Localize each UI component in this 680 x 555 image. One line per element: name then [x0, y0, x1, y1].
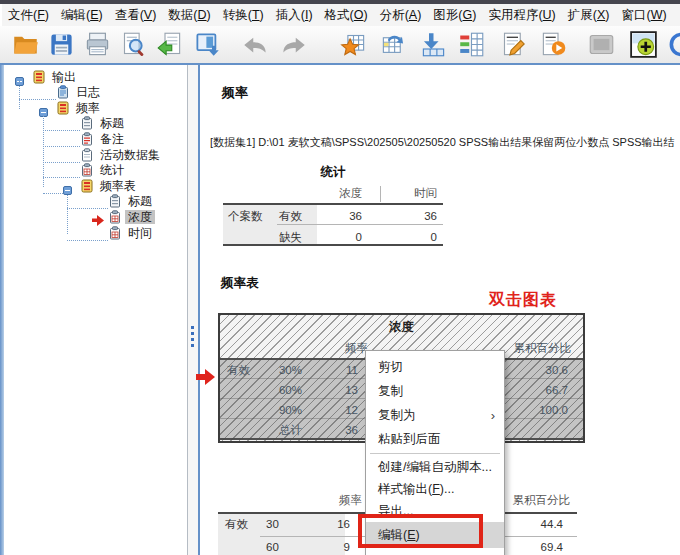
menubar-item[interactable]: 查看(V): [109, 5, 163, 26]
toolbar: [0, 26, 680, 63]
stats-col-header: 浓度: [317, 186, 362, 200]
print-icon[interactable]: [82, 29, 112, 59]
select-data-icon[interactable]: [192, 29, 222, 59]
recall-dialogs-icon[interactable]: [154, 29, 184, 59]
redo-icon[interactable]: [278, 29, 308, 59]
stats-value: 36: [317, 209, 362, 223]
print-preview-icon[interactable]: [118, 29, 148, 59]
menubar-item[interactable]: 分析(A): [374, 5, 428, 26]
tree-selected-arrow-icon: [92, 212, 106, 226]
menubar-item[interactable]: 扩展(X): [562, 5, 616, 26]
tree-item[interactable]: 时间: [125, 225, 155, 240]
menubar-item[interactable]: 数据(D): [162, 5, 216, 26]
menubar-item[interactable]: 格式(O): [319, 5, 374, 26]
tree-item[interactable]: 标题: [125, 194, 155, 209]
tree-item[interactable]: 活动数据集: [97, 147, 163, 162]
menubar-item[interactable]: 转换(T): [217, 5, 270, 26]
context-menu-item[interactable]: 复制: [366, 379, 504, 403]
designate-window-icon[interactable]: [586, 29, 616, 59]
tree-item-label: 统计: [97, 163, 127, 177]
syntax-icon[interactable]: [498, 29, 528, 59]
context-menu-item[interactable]: 样式输出(F)...: [366, 478, 504, 500]
freq-value-label: 60: [266, 540, 279, 554]
context-menu-item[interactable]: 粘贴到后面: [366, 427, 504, 451]
statistics-table[interactable]: 浓度时间个案数有效3636缺失00: [223, 182, 443, 248]
freq-cum-percent: 69.4: [503, 540, 563, 554]
goto-case-icon[interactable]: [338, 29, 368, 59]
tree-item-title-icon: [108, 194, 122, 208]
show-all-icon[interactable]: [628, 29, 658, 59]
tree-expander-icon[interactable]: [39, 103, 48, 112]
selected-value-label: 30%: [252, 363, 302, 377]
tree-item-label: 标题: [97, 116, 127, 130]
tree-item[interactable]: 输出: [49, 69, 79, 84]
stats-header-border: [223, 203, 443, 205]
menubar-item[interactable]: 文件(F): [2, 5, 55, 26]
menubar-item[interactable]: 窗口(W): [615, 5, 672, 26]
undo-icon[interactable]: [240, 29, 270, 59]
freq-value-label: 30: [266, 517, 279, 531]
selected-col-header: 频率: [310, 341, 368, 355]
tree-connector: [43, 130, 80, 131]
tree-connector: [67, 208, 108, 209]
selected-cum-percent: 66.7: [498, 383, 568, 397]
stats-col-header: 时间: [380, 186, 437, 200]
stats-table-title: 统计: [223, 164, 443, 181]
goto-variable-icon[interactable]: [378, 29, 408, 59]
freq-row-header: 有效: [225, 517, 248, 531]
pane-splitter[interactable]: [187, 65, 200, 555]
context-menu-separator: [370, 453, 500, 454]
selected-value-label: 90%: [252, 403, 302, 417]
tree-item[interactable]: 频率: [73, 100, 103, 115]
double-click-annotation: 双击图表: [489, 290, 557, 311]
refresh-icon[interactable]: [666, 29, 680, 59]
tree-item[interactable]: 备注: [97, 131, 127, 146]
tree-item[interactable]: 频率表: [97, 178, 139, 193]
stats-row-header: 个案数: [228, 209, 263, 223]
tree-item-label: 活动数据集: [97, 148, 163, 162]
stats-value: 0: [317, 230, 362, 244]
tree-connector: [43, 193, 63, 194]
tree-expander-icon[interactable]: [63, 181, 72, 190]
context-menu-item[interactable]: 剪切: [366, 355, 504, 379]
tree-expander-icon[interactable]: [15, 72, 24, 81]
tree-item[interactable]: 统计: [97, 163, 127, 178]
tree-item[interactable]: 日志: [73, 85, 103, 100]
tree-item-book-icon: [32, 70, 46, 84]
menubar-item[interactable]: 编辑(E): [55, 5, 109, 26]
dataset-path-text: [数据集1] D:\01 麦软文稿\SPSS\202505\20250520 S…: [210, 135, 675, 150]
insert-variable-icon[interactable]: [418, 29, 448, 59]
context-menu-item[interactable]: 创建/编辑自动脚本...: [366, 456, 504, 478]
tree-connector: [19, 81, 20, 109]
tree-item-label: 时间: [125, 226, 155, 240]
menubar-item[interactable]: 插入(I): [270, 5, 319, 26]
tree-item-label: 标题: [125, 194, 155, 208]
stats-row-divider: [277, 224, 443, 225]
menubar-item[interactable]: 图形(G): [427, 5, 482, 26]
tree-item-label: 频率: [73, 101, 103, 115]
section-title-frequencies: 频率: [222, 84, 248, 102]
tree-item[interactable]: 浓度: [125, 209, 155, 224]
variables-icon[interactable]: [456, 29, 486, 59]
run-script-icon[interactable]: [538, 29, 568, 59]
selected-frequency: 36: [298, 423, 358, 437]
outline-tree-pane: 输出日志频率标题备注活动数据集统计频率表标题浓度时间: [4, 65, 187, 555]
freq-frequency: 9: [290, 540, 350, 554]
stats-header-divider: [380, 186, 381, 202]
menubar-item[interactable]: 实用程序(U): [482, 5, 561, 26]
freq-col-header: 频率: [302, 493, 362, 507]
tree-item-log-icon: [56, 85, 70, 99]
selected-frequency: 13: [298, 383, 358, 397]
save-icon[interactable]: [46, 29, 76, 59]
context-menu-item[interactable]: 复制为›: [366, 403, 504, 427]
freq-frequency: 16: [290, 517, 350, 531]
selected-frequency: 11: [298, 363, 358, 377]
tree-connector: [43, 177, 80, 178]
tree-item[interactable]: 标题: [97, 116, 127, 131]
stats-row-subheader: 有效: [279, 209, 302, 223]
submenu-arrow-icon: ›: [491, 408, 495, 423]
tree-connector: [43, 146, 80, 147]
stats-bottom-border: [223, 244, 443, 246]
selected-cum-percent: 100.0: [498, 403, 568, 417]
open-folder-icon[interactable]: [10, 29, 40, 59]
